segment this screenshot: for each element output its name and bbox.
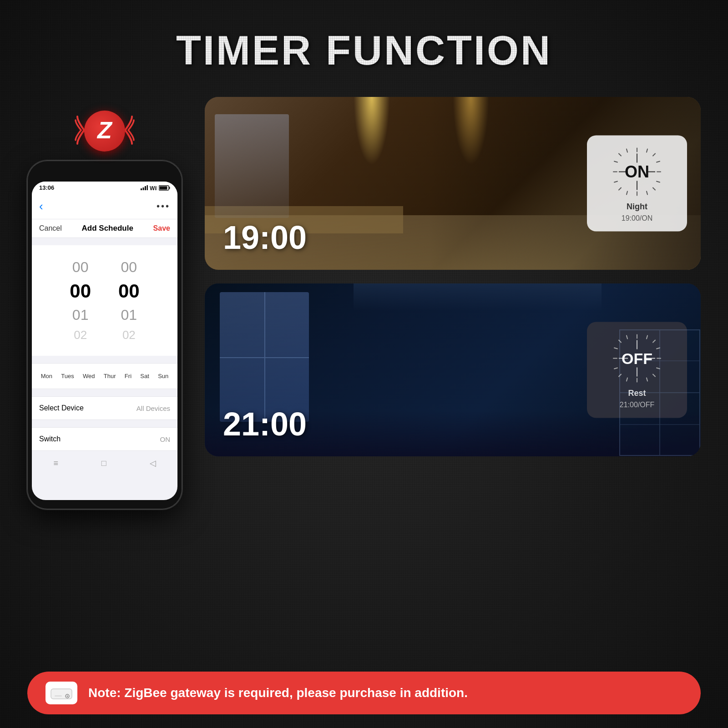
phone-notch	[75, 168, 134, 180]
more-options-icon[interactable]: •••	[157, 201, 170, 212]
select-device-label: Select Device	[39, 404, 84, 412]
day-thur[interactable]: Thur	[102, 370, 118, 382]
svg-line-20	[614, 182, 617, 182]
day-sat[interactable]: Sat	[138, 370, 151, 382]
home-icon[interactable]: □	[101, 459, 106, 468]
switch-value: ON	[160, 435, 171, 443]
hour-prev: 00	[72, 259, 89, 276]
hour-next2: 02	[74, 328, 87, 342]
switch-label: Switch	[39, 435, 61, 443]
add-schedule-label: Add Schedule	[82, 224, 133, 233]
min-prev: 00	[121, 259, 137, 276]
pendant-glow-1	[354, 97, 390, 165]
svg-rect-1	[143, 187, 144, 190]
signal-icon	[141, 185, 148, 190]
window-panes	[220, 292, 309, 422]
phone-notch-area	[32, 168, 177, 180]
scene-off-time: 21:00	[223, 405, 307, 443]
dial-on-label: ON	[625, 162, 649, 182]
svg-line-22	[627, 192, 627, 195]
svg-rect-7	[160, 186, 167, 189]
select-device-row[interactable]: Select Device All Devices	[32, 396, 177, 420]
time-picker: 00 00 01 02 00 00 01 02	[32, 245, 177, 356]
svg-line-18	[614, 162, 617, 162]
right-panel: 19:00	[205, 97, 701, 456]
phone-top-bar: ‹ •••	[32, 193, 177, 219]
day-wed[interactable]: Wed	[81, 370, 97, 382]
scene-on-schedule: 19:00/ON	[622, 214, 652, 222]
minute-column[interactable]: 00 00 01 02	[118, 259, 140, 342]
phone-screen: 13:06 WiFi ‹ ••• Cancel Add Sched	[32, 182, 177, 500]
svg-rect-53	[620, 330, 700, 455]
day-sun[interactable]: Sun	[156, 370, 170, 382]
dial-widget-on: ON Night 19:00/ON	[587, 136, 687, 232]
hour-next1: 01	[72, 307, 89, 324]
status-time: 13:06	[39, 184, 54, 191]
svg-line-12	[619, 154, 621, 156]
scene-card-off: 21:00	[205, 283, 701, 456]
switch-row[interactable]: Switch ON	[32, 427, 177, 451]
svg-line-19	[657, 162, 660, 162]
phone-home-area: ≡ □ ◁	[32, 451, 177, 472]
svg-line-40	[614, 368, 617, 369]
hour-selected: 00	[70, 280, 91, 302]
dial-circle-on: ON	[610, 145, 664, 199]
back-icon[interactable]: ‹	[39, 199, 43, 213]
ceiling-accent	[354, 283, 602, 311]
scene-on-time: 19:00	[223, 219, 307, 256]
battery-icon	[159, 185, 170, 191]
wifi-icon: WiFi	[150, 185, 157, 191]
window-light	[215, 114, 289, 218]
svg-rect-57	[55, 695, 62, 697]
svg-line-16	[627, 149, 627, 152]
schedule-nav-row: Cancel Add Schedule Save	[32, 219, 177, 238]
min-selected: 00	[118, 280, 140, 302]
back-nav-icon[interactable]: ◁	[150, 458, 156, 468]
scene-on-subtitle: Night	[627, 202, 647, 212]
svg-line-23	[647, 192, 647, 195]
day-fri[interactable]: Fri	[123, 370, 133, 382]
hamburger-icon[interactable]: ≡	[53, 459, 58, 468]
gateway-icon	[46, 682, 77, 704]
save-button[interactable]: Save	[153, 224, 170, 233]
status-bar: 13:06 WiFi	[32, 182, 177, 193]
note-bar: Note: ZigBee gateway is required, please…	[27, 672, 701, 714]
svg-line-17	[647, 149, 647, 152]
svg-line-21	[657, 182, 660, 182]
min-next2: 02	[122, 328, 136, 342]
window-grid-overlay	[619, 329, 701, 456]
page-title: TIMER FUNCTION	[0, 0, 728, 92]
left-panel: Z 13:06	[27, 97, 182, 509]
day-tues[interactable]: Tues	[59, 370, 76, 382]
zigbee-logo: Z	[59, 97, 150, 165]
svg-line-14	[619, 188, 621, 190]
scene-card-on: 19:00	[205, 97, 701, 270]
min-next1: 01	[121, 307, 137, 324]
svg-point-56	[67, 696, 68, 697]
days-row: Mon Tues Wed Thur Fri Sat Sun	[32, 363, 177, 389]
note-text: Note: ZigBee gateway is required, please…	[88, 686, 468, 700]
hour-column[interactable]: 00 00 01 02	[70, 259, 91, 342]
svg-rect-2	[145, 186, 146, 190]
zigbee-circle: Z	[84, 111, 125, 152]
phone-device: 13:06 WiFi ‹ ••• Cancel Add Sched	[27, 161, 182, 509]
day-mon[interactable]: Mon	[39, 370, 54, 382]
svg-line-13	[653, 154, 655, 156]
zigbee-z-letter: Z	[97, 118, 112, 142]
gateway-device-svg	[50, 685, 73, 701]
svg-line-15	[653, 188, 655, 190]
svg-rect-0	[141, 188, 142, 190]
window-grid-svg	[619, 329, 701, 456]
select-device-value: All Devices	[136, 404, 170, 412]
status-icons: WiFi	[141, 185, 170, 191]
svg-rect-3	[147, 185, 148, 190]
svg-rect-6	[169, 187, 170, 189]
cancel-button[interactable]: Cancel	[39, 224, 62, 233]
time-columns: 00 00 01 02 00 00 01 02	[39, 254, 170, 347]
svg-text:WiFi: WiFi	[150, 185, 157, 191]
svg-line-38	[614, 348, 617, 349]
